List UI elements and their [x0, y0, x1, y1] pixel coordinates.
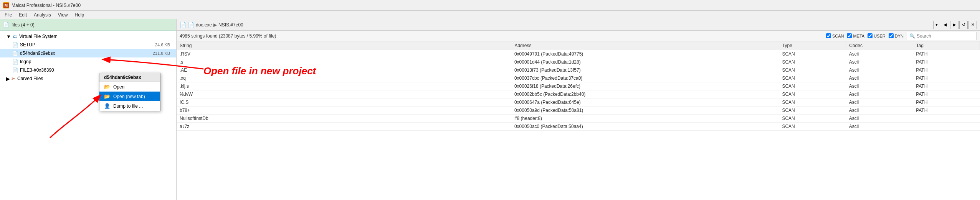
cell-codec: Ascii	[846, 50, 913, 58]
open-icon: 📂	[104, 84, 110, 90]
panel-collapse-button[interactable]: −	[170, 22, 173, 28]
tree-item-vfs[interactable]: ▼ 🗂 Virtual File System	[0, 32, 176, 41]
checkbox-dyn[interactable]: DYN	[889, 33, 904, 38]
breadcrumb-separator: ▶	[213, 22, 217, 28]
checkbox-user-input[interactable]	[868, 33, 873, 38]
cell-string: .xq	[177, 74, 511, 82]
cell-type: SCAN	[779, 123, 846, 131]
table-row[interactable]: .klj.s 0x00026f18 (PackedData:26efc) SCA…	[177, 82, 980, 90]
right-panel-header: 📄 📄 doc.exe ▶ NSIS.#7e00 ▼ ◀ ▶ ↺ ✕	[177, 19, 980, 31]
table-row[interactable]: b78+ 0x00050a9d (PackedData:50a81) SCAN …	[177, 107, 980, 115]
right-panel: 📄 📄 doc.exe ▶ NSIS.#7e00 ▼ ◀ ▶ ↺ ✕ 4985 …	[177, 19, 980, 200]
tree-size-d54hdan: 211.8 KB	[153, 51, 173, 56]
cell-address: 0x00001d44 (PackedData:1d28)	[511, 58, 779, 66]
tree-item-d54hdan[interactable]: 📄 d54hdan9c9ebsx 211.8 KB	[0, 49, 176, 57]
tree-size-setup: 24.6 KB	[155, 43, 173, 47]
menu-file[interactable]: File	[2, 11, 15, 18]
context-menu-open-label: Open	[113, 84, 124, 90]
menu-view[interactable]: View	[55, 11, 71, 18]
cell-tag: PATH	[913, 98, 980, 107]
cell-type: SCAN	[779, 98, 846, 107]
table-row[interactable]: a↓7z 0x00050ac0 (PackedData:50aa4) SCAN …	[177, 123, 980, 131]
panel-header: 📄 files (4 + 0) −	[0, 19, 176, 31]
cell-tag	[913, 123, 980, 131]
menu-analysis[interactable]: Analysis	[31, 11, 54, 18]
cell-string: .AE	[177, 66, 511, 74]
search-input[interactable]	[917, 33, 974, 39]
table-row[interactable]: .RSV 0x00049791 (PackedData:49775) SCAN …	[177, 50, 980, 58]
cell-address: 0x0000647a (PackedData:645e)	[511, 98, 779, 107]
cell-type: SCAN	[779, 82, 846, 90]
checkbox-scan[interactable]: SCAN	[826, 33, 844, 38]
table-row[interactable]: .xq 0x00037cbc (PackedData:37ca0) SCAN A…	[177, 74, 980, 82]
breadcrumb-doc: doc.exe	[196, 22, 212, 28]
table-row[interactable]: NullsoftInstDb #8 (header:8) SCAN Ascii	[177, 115, 980, 123]
menu-bar: File Edit Analysis View Help	[0, 11, 980, 19]
menu-edit[interactable]: Edit	[16, 11, 30, 18]
tree-label-file3: FILE3-#0x36390	[20, 67, 170, 73]
breadcrumb-dropdown[interactable]: ▼	[933, 21, 940, 29]
cell-type: SCAN	[779, 115, 846, 123]
carved-expand-icon: ▶	[6, 76, 10, 82]
search-box[interactable]: 🔍	[907, 32, 977, 40]
vfs-folder-icon: 🗂	[13, 34, 18, 39]
tree-item-setup[interactable]: 📄 SETUP 24.6 KB	[0, 41, 176, 49]
right-panel-toolbar: 4985 strings found (23087 bytes / 5.99% …	[177, 31, 980, 41]
table-row[interactable]: .s 0x00001d44 (PackedData:1d28) SCAN Asc…	[177, 58, 980, 66]
svg-text:M: M	[5, 3, 8, 8]
nav-forward-button[interactable]: ▶	[950, 21, 959, 29]
table-row[interactable]: .AE 0x00013f73 (PackedData:13f57) SCAN A…	[177, 66, 980, 74]
checkbox-user[interactable]: USER	[868, 33, 886, 38]
cell-type: SCAN	[779, 107, 846, 115]
checkbox-meta-input[interactable]	[847, 33, 852, 38]
cell-tag: PATH	[913, 82, 980, 90]
cell-address: 0x00049791 (PackedData:49775)	[511, 50, 779, 58]
checkbox-dyn-input[interactable]	[889, 33, 894, 38]
cell-string: NullsoftInstDb	[177, 115, 511, 123]
cell-tag	[913, 115, 980, 123]
doc-icon: 📄	[180, 22, 186, 28]
table-header-row: String Address Type Codec Tag	[177, 41, 980, 50]
tree-label-d54hdan: d54hdan9c9ebsx	[20, 51, 153, 56]
cell-tag: PATH	[913, 107, 980, 115]
col-header-type: Type	[779, 41, 846, 50]
cell-codec: Ascii	[846, 58, 913, 66]
d54hdan-file-icon: 📄	[12, 51, 18, 56]
checkbox-scan-input[interactable]	[826, 33, 831, 38]
tree-label-setup: SETUP	[20, 42, 155, 48]
carved-folder-icon: ✂	[12, 76, 16, 82]
nav-refresh-button[interactable]: ↺	[959, 21, 968, 29]
cell-tag: PATH	[913, 90, 980, 98]
cell-type: SCAN	[779, 58, 846, 66]
nav-close-button[interactable]: ✕	[968, 21, 977, 29]
table-row[interactable]: !C.S 0x0000647a (PackedData:645e) SCAN A…	[177, 98, 980, 107]
cell-string: a↓7z	[177, 123, 511, 131]
checkbox-meta[interactable]: META	[847, 33, 864, 38]
table-container: String Address Type Codec Tag .RSV 0x000…	[177, 41, 980, 200]
breadcrumb: doc.exe ▶ NSIS.#7e00	[196, 22, 931, 28]
col-header-codec: Codec	[846, 41, 913, 50]
nav-buttons: ▼ ◀ ▶ ↺ ✕	[932, 21, 977, 29]
tree-item-lognp[interactable]: 📄 lognp	[0, 57, 176, 66]
cell-codec: Ascii	[846, 74, 913, 82]
panel-header-left: 📄 files (4 + 0)	[3, 22, 35, 28]
cell-tag: PATH	[913, 50, 980, 58]
menu-help[interactable]: Help	[72, 11, 88, 18]
main-content: 📄 files (4 + 0) − ▼ 🗂 Virtual File Syste…	[0, 19, 980, 200]
title-bar: M Malcat Professional - NSIS.#7e00	[0, 0, 980, 11]
cell-address: 0x00037cbc (PackedData:37ca0)	[511, 74, 779, 82]
cell-string: b78+	[177, 107, 511, 115]
context-menu-open[interactable]: 📂 Open	[99, 82, 160, 92]
panel-title: files (4 + 0)	[12, 22, 35, 28]
breadcrumb-nsis: NSIS.#7e00	[218, 22, 243, 28]
context-menu-dump-label: Dump to file ...	[113, 103, 143, 109]
context-menu: d54hdan9c9ebsx 📂 Open 📂 Open (new tab) 👤…	[99, 73, 160, 111]
nav-back-button[interactable]: ◀	[941, 21, 949, 29]
cell-address: 0x00013f73 (PackedData:13f57)	[511, 66, 779, 74]
cell-string: .s	[177, 58, 511, 66]
context-menu-dump[interactable]: 👤 Dump to file ...	[99, 101, 160, 111]
file-tree: ▼ 🗂 Virtual File System 📄 SETUP 24.6 KB …	[0, 31, 176, 200]
checkbox-scan-label: SCAN	[832, 34, 844, 38]
table-row[interactable]: %.lvW 0x00002bb5c (PackedData:2bb40) SCA…	[177, 90, 980, 98]
context-menu-open-new-tab[interactable]: 📂 Open (new tab)	[99, 92, 160, 101]
